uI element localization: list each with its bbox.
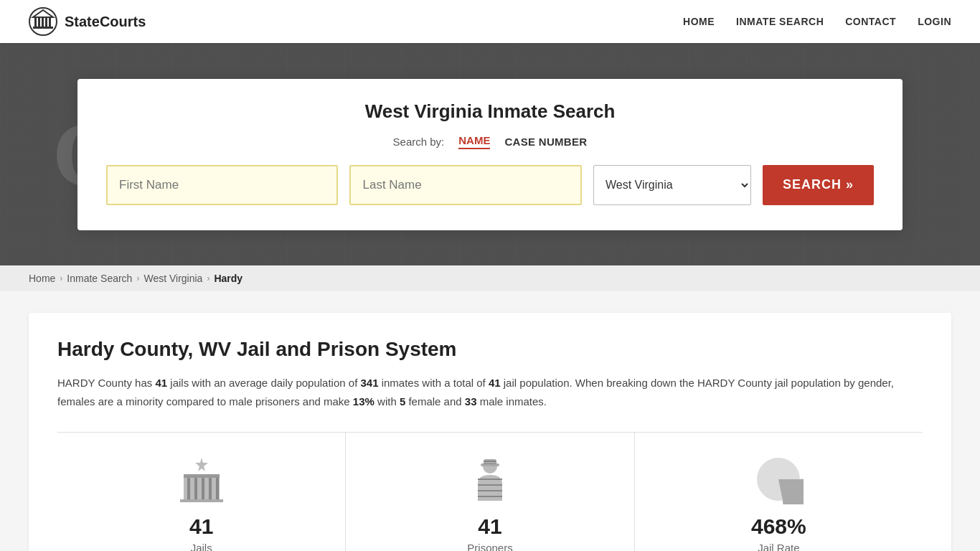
svg-rect-4 (45, 17, 47, 27)
breadcrumb-sep-3: › (207, 273, 209, 283)
header: StateCourts HOME INMATE SEARCH CONTACT L… (0, 0, 980, 43)
nav-home[interactable]: HOME (683, 16, 715, 27)
svg-rect-6 (33, 27, 53, 29)
stat-jail-rate-label: Jail Rate (758, 542, 799, 551)
desc-prefix: HARDY County has (57, 377, 155, 389)
search-by-row: Search by: NAME CASE NUMBER (106, 134, 874, 149)
svg-rect-16 (180, 499, 223, 502)
svg-rect-5 (49, 17, 51, 27)
stat-jail-rate-number: 468% (751, 514, 806, 539)
desc-suffix: male inmates. (477, 395, 547, 408)
breadcrumb-current: Hardy (214, 273, 242, 284)
svg-marker-15 (195, 458, 208, 471)
desc-middle1: jails with an average daily population o… (167, 377, 360, 389)
desc-female-pct: 13% (353, 395, 374, 408)
main-content: Hardy County, WV Jail and Prison System … (0, 291, 980, 551)
logo-icon (29, 7, 57, 36)
desc-male-count: 33 (465, 395, 477, 408)
svg-rect-21 (484, 463, 496, 464)
search-inputs: West Virginia Alabama Alaska Arizona Ark… (106, 165, 874, 205)
first-name-input[interactable] (106, 165, 338, 205)
last-name-input[interactable] (349, 165, 581, 205)
nav-inmate-search[interactable]: INMATE SEARCH (736, 16, 824, 27)
tab-name[interactable]: NAME (458, 134, 490, 149)
svg-rect-14 (216, 478, 219, 499)
svg-rect-9 (184, 474, 220, 478)
svg-rect-10 (187, 478, 190, 499)
svg-rect-13 (209, 478, 212, 499)
stat-prisoners-label: Prisoners (467, 542, 512, 551)
stat-prisoners-number: 41 (478, 514, 501, 539)
breadcrumb-home[interactable]: Home (29, 273, 55, 284)
search-by-label: Search by: (393, 136, 445, 148)
content-card: Hardy County, WV Jail and Prison System … (29, 313, 951, 551)
desc-middle5: female and (405, 395, 465, 408)
breadcrumb: Home › Inmate Search › West Virginia › H… (0, 265, 980, 291)
nav-contact[interactable]: CONTACT (845, 16, 896, 27)
svg-rect-12 (202, 478, 204, 499)
desc-female-count: 5 (400, 395, 405, 408)
breadcrumb-west-virginia[interactable]: West Virginia (143, 273, 202, 284)
desc-total-jails: 41 (489, 377, 501, 389)
county-title: Hardy County, WV Jail and Prison System (57, 338, 923, 361)
desc-avg-pop: 341 (360, 377, 378, 389)
logo[interactable]: StateCourts (29, 7, 146, 36)
stat-jails: 41 Jails (57, 433, 346, 551)
stat-jails-number: 41 (189, 514, 213, 539)
search-button[interactable]: SEARCH » (763, 165, 874, 205)
svg-rect-20 (484, 461, 496, 462)
search-card-title: West Virginia Inmate Search (106, 100, 874, 123)
jail-icon (173, 454, 230, 504)
desc-middle2: inmates with a total of (379, 377, 489, 389)
svg-rect-11 (194, 478, 197, 499)
svg-rect-1 (34, 17, 37, 27)
stat-jails-label: Jails (191, 542, 212, 551)
tab-case-number[interactable]: CASE NUMBER (504, 136, 587, 148)
breadcrumb-sep-1: › (60, 273, 62, 283)
desc-middle4: with (374, 395, 400, 408)
breadcrumb-sep-2: › (136, 273, 139, 283)
logo-text: StateCourts (65, 14, 146, 30)
nav-login[interactable]: LOGIN (918, 16, 951, 27)
svg-rect-2 (38, 17, 40, 27)
search-card: West Virginia Inmate Search Search by: N… (77, 79, 903, 230)
svg-marker-7 (33, 10, 53, 17)
stats-row: 41 Jails (57, 432, 923, 551)
county-description: HARDY County has 41 jails with an averag… (57, 374, 923, 410)
jail-rate-icon (750, 454, 807, 504)
prisoner-icon (461, 454, 519, 504)
svg-rect-3 (42, 17, 44, 27)
stat-jail-rate: 468% Jail Rate (635, 433, 923, 551)
stat-prisoners: 41 Prisoners (346, 433, 634, 551)
hero-section: COURTHOUSE West Virginia Inmate Search S… (0, 43, 980, 265)
breadcrumb-inmate-search[interactable]: Inmate Search (67, 273, 132, 284)
state-select[interactable]: West Virginia Alabama Alaska Arizona Ark… (593, 165, 751, 205)
desc-jails-count: 41 (155, 377, 167, 389)
main-nav: HOME INMATE SEARCH CONTACT LOGIN (683, 16, 951, 27)
